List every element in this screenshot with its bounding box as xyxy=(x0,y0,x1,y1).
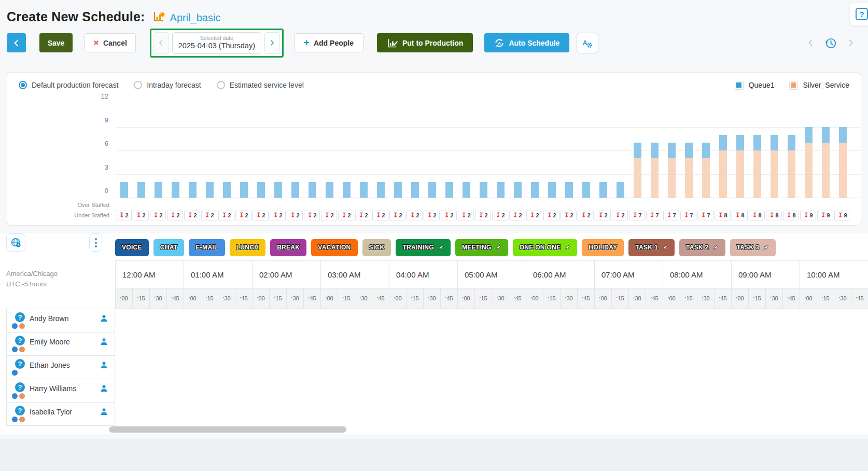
schedule-name[interactable]: April_basic xyxy=(170,12,221,24)
cancel-button[interactable]: ✕ Cancel xyxy=(85,33,136,52)
chart-bar xyxy=(492,104,509,198)
queue1-segment xyxy=(599,182,607,198)
chart-bar xyxy=(766,104,783,198)
schedule-menu-button[interactable] xyxy=(89,233,102,252)
employee-person-button[interactable] xyxy=(100,337,108,348)
stacked-bar xyxy=(685,143,693,198)
radio-icon xyxy=(134,81,142,89)
stacked-bar xyxy=(309,182,316,198)
activity-chip-e-mail[interactable]: E-MAIL xyxy=(189,239,225,256)
employee-help-icon: ? xyxy=(15,406,25,415)
staffing-chart: 036912 xyxy=(7,104,861,198)
queue1-segment xyxy=(822,127,830,143)
employee-person-button[interactable] xyxy=(100,407,108,418)
silver-service-segment xyxy=(634,158,641,198)
save-button[interactable]: Save xyxy=(39,33,73,52)
silver-service-segment xyxy=(805,143,813,198)
add-people-button[interactable]: + Add People xyxy=(294,33,363,52)
back-button[interactable] xyxy=(7,33,26,52)
y-tick-9: 9 xyxy=(105,116,108,124)
chart-bar xyxy=(287,104,304,198)
understaffed-value: 9 xyxy=(809,212,813,218)
stacked-bar xyxy=(565,182,573,198)
activity-chip-vacation[interactable]: VACATION xyxy=(311,239,357,256)
hour-cell: 05:00 AM xyxy=(457,261,526,288)
activity-chip-sick[interactable]: SICK xyxy=(362,239,391,256)
history-back-button[interactable] xyxy=(807,39,815,47)
understaffed-cell: ↧2 xyxy=(304,211,320,220)
schedule-lane[interactable] xyxy=(115,309,868,332)
activity-chip-lunch[interactable]: LUNCH xyxy=(230,239,266,256)
page-header: Create New Schedule: April_basic ? xyxy=(0,0,868,26)
forecast-radio-intraday-forecast[interactable]: Intraday forecast xyxy=(134,81,201,89)
activity-chip-task-1[interactable]: TASK 1 xyxy=(628,239,675,256)
chart-bar xyxy=(715,104,732,198)
schedule-lane[interactable] xyxy=(115,332,868,355)
queue1-segment xyxy=(736,135,744,150)
employee-person-button[interactable] xyxy=(100,384,108,395)
history-forward-button[interactable] xyxy=(847,39,855,47)
person-icon xyxy=(100,314,108,323)
stacked-bar xyxy=(360,182,368,198)
understaffed-value: 2 xyxy=(211,212,214,218)
svg-text:A: A xyxy=(583,39,587,47)
auto-schedule-button[interactable]: A Auto Schedule xyxy=(484,33,569,52)
legend-item-queue1[interactable]: Queue1 xyxy=(735,81,775,90)
chart-bar xyxy=(612,104,629,198)
employee-row: ?Ethan Jones xyxy=(7,356,115,379)
queue1-segment xyxy=(634,143,641,158)
understaffed-value: 2 xyxy=(365,212,368,218)
chart-bar xyxy=(800,104,817,198)
understaffed-cell: ↧8 xyxy=(749,211,765,220)
activity-chip-task-2[interactable]: TASK 2 xyxy=(679,239,725,256)
chart-bar xyxy=(817,104,834,198)
silver-service-segment xyxy=(771,150,778,198)
employee-name: Ethan Jones xyxy=(30,361,70,369)
schedule-lane[interactable] xyxy=(115,355,868,379)
silver-service-segment xyxy=(753,150,761,198)
activity-chip-chat[interactable]: CHAT xyxy=(153,239,185,256)
understaffed-arrow-icon: ↧ xyxy=(564,212,569,218)
queue1-segment xyxy=(565,182,573,198)
scrollbar-thumb[interactable] xyxy=(109,426,346,433)
timezone-globe-button[interactable] xyxy=(6,233,25,252)
queue1-segment xyxy=(771,135,778,150)
activity-chip-task-3[interactable]: TASK 3 xyxy=(730,239,776,256)
vertical-dots-icon xyxy=(95,238,97,247)
queue1-segment xyxy=(274,182,282,198)
stacked-bar xyxy=(617,182,624,198)
queue1-segment xyxy=(668,143,676,158)
forecast-radio-default-production-forecast[interactable]: Default production forecast xyxy=(19,81,118,89)
next-day-button[interactable] xyxy=(264,32,280,54)
help-button[interactable]: ? xyxy=(849,2,868,26)
previous-day-button[interactable] xyxy=(153,32,169,54)
chart-bar xyxy=(834,104,851,198)
pushpin-icon xyxy=(564,244,570,251)
selected-date-field[interactable]: Selected date 2025-04-03 (Thursday) xyxy=(172,32,261,54)
understaffed-value: 8 xyxy=(792,212,795,218)
quarter-cell: :45 xyxy=(577,288,594,309)
employee-person-button[interactable] xyxy=(100,361,108,371)
activity-chip-break[interactable]: BREAK xyxy=(270,239,306,256)
quarter-cell: :30 xyxy=(149,288,166,309)
understaffed-value: 9 xyxy=(844,212,847,218)
employee-person-button[interactable] xyxy=(100,314,108,325)
understaffed-cell: ↧2 xyxy=(509,211,525,220)
understaffed-cell: ↧2 xyxy=(253,211,269,220)
activity-chip-meeting[interactable]: MEETING xyxy=(455,239,508,256)
schedule-lane[interactable] xyxy=(115,402,868,425)
understaffed-arrow-icon: ↧ xyxy=(307,212,312,218)
agent-settings-button[interactable]: A xyxy=(577,33,598,53)
forecast-radio-estimated-service-level[interactable]: Estimated service level xyxy=(217,81,304,89)
schedule-lane[interactable] xyxy=(115,379,868,402)
put-to-production-button[interactable]: Put to Production xyxy=(377,33,473,52)
activity-chip-one-on-one[interactable]: ONE ON ONE xyxy=(513,239,578,256)
activity-chip-training[interactable]: TRAINING xyxy=(396,239,450,256)
activity-chip-holiday[interactable]: HOLIDAY xyxy=(582,239,624,256)
activity-chip-row: VOICECHATE-MAILLUNCHBREAKVACATIONSICKTRA… xyxy=(115,233,868,260)
quarter-cell: :15 xyxy=(269,288,286,309)
history-icon-button[interactable] xyxy=(824,36,837,50)
hour-cell: 06:00 AM xyxy=(526,261,594,288)
legend-item-silver-service[interactable]: Silver_Service xyxy=(789,81,849,90)
activity-chip-voice[interactable]: VOICE xyxy=(115,239,149,256)
